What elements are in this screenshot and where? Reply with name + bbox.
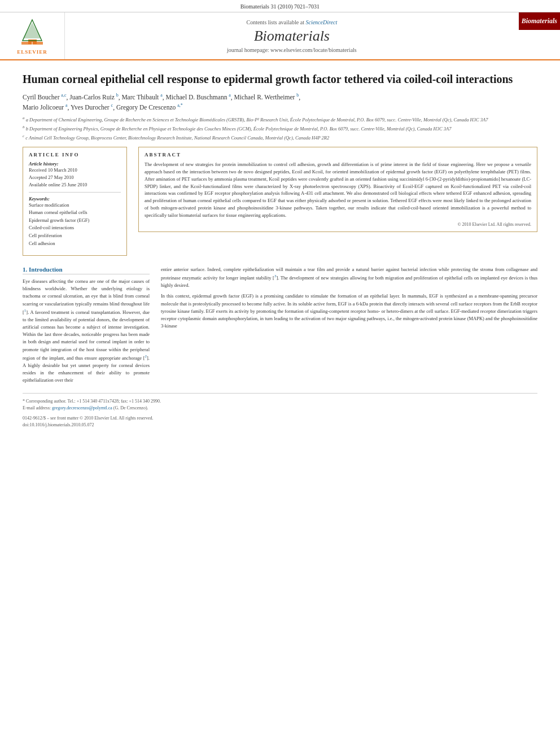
- journal-homepage: journal homepage: www.elsevier.com/locat…: [227, 47, 357, 53]
- abstract-text: The development of new strategies for pr…: [145, 161, 531, 219]
- article-info-label: ARTICLE INFO: [29, 152, 121, 158]
- affil-c: c c Animal Cell Technology Group, Biopro…: [23, 134, 537, 142]
- sciencedirect-link[interactable]: ScienceDirect: [305, 19, 337, 25]
- keyword-1: Surface modification: [29, 202, 121, 209]
- copyright-line: © 2010 Elsevier Ltd. All rights reserved…: [145, 222, 531, 227]
- sciencedirect-line: Contents lists available at ScienceDirec…: [246, 19, 337, 25]
- article-info-box: ARTICLE INFO Article history: Received 1…: [23, 147, 127, 256]
- affiliations: a a Department of Chemical Engineering, …: [23, 116, 537, 141]
- svg-marker-2: [24, 23, 41, 38]
- email-link[interactable]: gregory.decrescenzo@polymtl.ca: [52, 405, 112, 410]
- elsevier-logo-section: ELSEVIER: [0, 12, 65, 59]
- affil-b: b b Department of Engineering Physics, G…: [23, 125, 537, 133]
- issn-line: 0142-9612/$ – see front matter © 2010 El…: [23, 415, 537, 422]
- citation-text: Biomaterials 31 (2010) 7021–7031: [240, 3, 320, 10]
- corresponding-author: * Corresponding author. Tel.: +1 514 340…: [23, 398, 537, 405]
- keyword-5: Cell proliferation: [29, 232, 121, 240]
- abstract-column: ABSTRACT The development of new strategi…: [138, 147, 537, 256]
- footer-bottom: 0142-9612/$ – see front matter © 2010 El…: [23, 415, 537, 429]
- introduction-section: 1. Introduction Eye diseases affecting t…: [23, 266, 537, 387]
- article-title: Human corneal epithelial cell response t…: [23, 72, 537, 86]
- info-abstract-columns: ARTICLE INFO Article history: Received 1…: [23, 147, 537, 256]
- keywords-label: Keywords:: [29, 196, 121, 202]
- info-divider: [29, 192, 121, 193]
- page: Biomaterials 31 (2010) 7021–7031 ELSEVIE…: [0, 0, 560, 747]
- email-note: (G. De Crescenzo).: [113, 405, 148, 410]
- doi-line: doi:10.1016/j.biomaterials.2010.05.072: [23, 422, 537, 429]
- history-label: Article history:: [29, 161, 121, 167]
- email-label: E-mail address:: [23, 405, 52, 410]
- keyword-3: Epidermal growth factor (EGF): [29, 217, 121, 225]
- available-date: Available online 25 June 2010: [29, 181, 121, 189]
- accepted-date: Accepted 27 May 2010: [29, 174, 121, 181]
- keyword-4: Coiled-coil interactions: [29, 224, 121, 232]
- received-date: Received 10 March 2010: [29, 167, 121, 174]
- article-history: Article history: Received 10 March 2010 …: [29, 161, 121, 188]
- email-address: E-mail address: gregory.decrescenzo@poly…: [23, 405, 537, 412]
- intro-heading: 1. Introduction: [23, 266, 150, 274]
- elsevier-brand-text: ELSEVIER: [17, 49, 47, 55]
- main-content: Human corneal epithelial cell response t…: [0, 60, 560, 440]
- elsevier-logo-icon: [11, 17, 54, 48]
- keyword-6: Cell adhesion: [29, 240, 121, 248]
- keywords-section: Keywords: Surface modification Human cor…: [29, 196, 121, 248]
- article-footer: * Corresponding author. Tel.: +1 514 340…: [23, 393, 537, 429]
- abstract-label: ABSTRACT: [145, 152, 531, 158]
- affil-a: a a Department of Chemical Engineering, …: [23, 116, 537, 124]
- intro-right-body-2: In this context, epidermal growth factor…: [161, 292, 537, 330]
- citation-bar: Biomaterials 31 (2010) 7021–7031: [0, 0, 560, 12]
- intro-left-body: Eye diseases affecting the cornea are on…: [23, 278, 150, 384]
- journal-logo-right: Biomaterials: [519, 12, 560, 30]
- authors-line: Cyril Boucher a,c, Juan-Carlos Ruiz b, M…: [23, 92, 537, 112]
- intro-left-col: 1. Introduction Eye diseases affecting t…: [23, 266, 150, 387]
- keyword-2: Human corneal epithelial cells: [29, 209, 121, 217]
- intro-right-col: entire anterior surface. Indeed, complet…: [161, 266, 537, 387]
- journal-header: ELSEVIER Contents lists available at Sci…: [0, 12, 560, 60]
- journal-center-header: Contents lists available at ScienceDirec…: [65, 12, 519, 59]
- article-info-column: ARTICLE INFO Article history: Received 1…: [23, 147, 127, 256]
- journal-title: Biomaterials: [254, 28, 330, 45]
- intro-right-body-1: entire anterior surface. Indeed, complet…: [161, 266, 537, 289]
- keywords-list: Surface modification Human corneal epith…: [29, 202, 121, 248]
- abstract-box: ABSTRACT The development of new strategi…: [138, 147, 537, 232]
